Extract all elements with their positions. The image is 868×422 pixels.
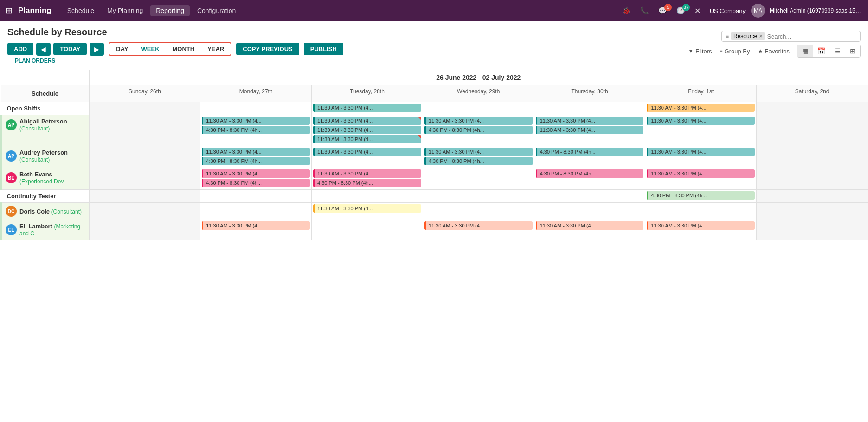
day-cell[interactable] <box>757 146 868 168</box>
shift-block[interactable]: 4:30 PM - 8:30 PM (4h... <box>424 157 533 165</box>
day-cell[interactable] <box>423 102 534 115</box>
shift-block[interactable]: 11:30 AM - 3:30 PM (4... <box>202 117 310 125</box>
shift-block[interactable]: 4:30 PM - 8:30 PM (4h... <box>202 126 310 134</box>
day-cell[interactable]: 4:30 PM - 8:30 PM (4h... <box>534 146 645 168</box>
shift-block[interactable]: 4:30 PM - 8:30 PM (4h... <box>313 179 421 187</box>
day-cell[interactable]: 11:30 AM - 3:30 PM (4...4:30 PM - 8:30 P… <box>423 115 534 146</box>
search-input[interactable] <box>767 33 856 40</box>
shift-block[interactable]: 11:30 AM - 3:30 PM (4... <box>313 148 421 156</box>
shift-block[interactable]: 11:30 AM - 3:30 PM (4... <box>313 169 421 178</box>
add-button[interactable]: ADD <box>7 43 33 55</box>
week-button[interactable]: WEEK <box>135 43 166 55</box>
grid-view-button[interactable]: ▦ <box>797 45 813 57</box>
close-icon[interactable]: ✕ <box>691 5 704 17</box>
day-cell[interactable] <box>534 203 645 220</box>
shift-block[interactable]: 4:30 PM - 8:30 PM (4h... <box>536 148 644 156</box>
copy-previous-button[interactable]: COPY PREVIOUS <box>236 43 299 55</box>
filter-remove-icon[interactable]: × <box>759 33 762 39</box>
day-cell[interactable]: 4:30 PM - 8:30 PM (4h... <box>534 168 645 190</box>
day-cell[interactable] <box>757 203 868 220</box>
shift-block[interactable]: 11:30 AM - 3:30 PM (4... <box>313 135 421 143</box>
day-cell[interactable]: 11:30 AM - 3:30 PM (4... <box>645 168 757 190</box>
day-cell[interactable]: 11:30 AM - 3:30 PM (4... <box>645 146 757 168</box>
clock-icon[interactable]: 🕐 37 <box>673 5 689 17</box>
day-cell[interactable] <box>200 203 312 220</box>
shift-block[interactable]: 11:30 AM - 3:30 PM (4... <box>647 117 755 125</box>
day-cell[interactable] <box>200 102 312 115</box>
day-cell[interactable] <box>645 203 757 220</box>
group-by-button[interactable]: ≡ Group By <box>720 48 750 55</box>
day-cell[interactable] <box>423 203 534 220</box>
shift-block[interactable]: 4:30 PM - 8:30 PM (4h... <box>202 157 310 165</box>
day-cell[interactable] <box>423 190 534 203</box>
day-cell[interactable]: 11:30 AM - 3:30 PM (4... <box>312 146 423 168</box>
day-cell[interactable] <box>312 220 423 240</box>
day-cell[interactable]: 11:30 AM - 3:30 PM (4...11:30 AM - 3:30 … <box>312 115 423 146</box>
day-cell[interactable] <box>89 102 200 115</box>
shift-block[interactable]: 11:30 AM - 3:30 PM (4... <box>313 126 421 134</box>
day-cell[interactable] <box>757 102 868 115</box>
day-cell[interactable]: 11:30 AM - 3:30 PM (4...4:30 PM - 8:30 P… <box>200 168 312 190</box>
nav-reporting[interactable]: Reporting <box>150 5 190 16</box>
app-grid-icon[interactable]: ⊞ <box>6 6 13 16</box>
shift-block[interactable]: 4:30 PM - 8:30 PM (4h... <box>647 191 755 200</box>
shift-block[interactable]: 11:30 AM - 3:30 PM (4... <box>647 169 755 178</box>
shift-block[interactable]: 11:30 AM - 3:30 PM (4... <box>313 104 421 112</box>
day-cell[interactable] <box>89 168 200 190</box>
shift-block[interactable]: 11:30 AM - 3:30 PM (4... <box>202 169 310 178</box>
day-cell[interactable] <box>534 190 645 203</box>
shift-block[interactable]: 11:30 AM - 3:30 PM (4... <box>647 221 755 230</box>
day-cell[interactable] <box>312 190 423 203</box>
shift-block[interactable]: 11:30 AM - 3:30 PM (4... <box>424 117 533 125</box>
chat-icon[interactable]: 💬 5 <box>655 5 671 17</box>
day-cell[interactable] <box>200 190 312 203</box>
day-cell[interactable]: 11:30 AM - 3:30 PM (4... <box>200 220 312 240</box>
day-cell[interactable]: 11:30 AM - 3:30 PM (4... <box>423 220 534 240</box>
day-cell[interactable] <box>423 168 534 190</box>
phone-icon[interactable]: 📞 <box>637 5 653 17</box>
nav-configuration[interactable]: Configuration <box>192 5 241 16</box>
day-cell[interactable]: 11:30 AM - 3:30 PM (4...4:30 PM - 8:30 P… <box>423 146 534 168</box>
month-button[interactable]: MONTH <box>166 43 201 55</box>
shift-block[interactable]: 11:30 AM - 3:30 PM (4... <box>536 126 644 134</box>
shift-block[interactable]: 11:30 AM - 3:30 PM (4... <box>536 221 644 230</box>
shift-block[interactable]: 11:30 AM - 3:30 PM (4... <box>424 221 533 230</box>
today-button[interactable]: TODAY <box>53 43 87 55</box>
day-cell[interactable]: 11:30 AM - 3:30 PM (4... <box>645 102 757 115</box>
shift-block[interactable]: 11:30 AM - 3:30 PM (4... <box>313 204 421 213</box>
day-cell[interactable] <box>89 115 200 146</box>
nav-my-planning[interactable]: My Planning <box>102 5 148 16</box>
shift-block[interactable]: 11:30 AM - 3:30 PM (4... <box>202 221 310 230</box>
day-cell[interactable]: 11:30 AM - 3:30 PM (4... <box>312 203 423 220</box>
day-cell[interactable]: 11:30 AM - 3:30 PM (4...4:30 PM - 8:30 P… <box>312 168 423 190</box>
shift-block[interactable]: 11:30 AM - 3:30 PM (4... <box>647 104 755 112</box>
day-cell[interactable]: 11:30 AM - 3:30 PM (4... <box>645 220 757 240</box>
day-cell[interactable]: 11:30 AM - 3:30 PM (4... <box>645 115 757 146</box>
day-cell[interactable] <box>89 220 200 240</box>
day-cell[interactable] <box>89 190 200 203</box>
filters-button[interactable]: ▼ Filters <box>688 48 712 55</box>
day-cell[interactable] <box>757 190 868 203</box>
shift-block[interactable]: 4:30 PM - 8:30 PM (4h... <box>424 126 533 134</box>
day-cell[interactable]: 11:30 AM - 3:30 PM (4...4:30 PM - 8:30 P… <box>200 115 312 146</box>
day-cell[interactable] <box>757 168 868 190</box>
publish-button[interactable]: PUBLISH <box>304 43 343 55</box>
forward-button[interactable]: ▶ <box>90 43 104 56</box>
day-cell[interactable]: 11:30 AM - 3:30 PM (4...11:30 AM - 3:30 … <box>534 115 645 146</box>
list-view-button[interactable]: ☰ <box>830 45 845 57</box>
favorites-button[interactable]: ★ Favorites <box>758 48 790 55</box>
calendar-view-button[interactable]: 📅 <box>813 45 830 57</box>
day-cell[interactable]: 11:30 AM - 3:30 PM (4...4:30 PM - 8:30 P… <box>200 146 312 168</box>
day-button[interactable]: DAY <box>109 43 135 55</box>
day-cell[interactable]: 4:30 PM - 8:30 PM (4h... <box>645 190 757 203</box>
shift-block[interactable]: 11:30 AM - 3:30 PM (4... <box>647 148 755 156</box>
nav-schedule[interactable]: Schedule <box>62 5 100 16</box>
shift-block[interactable]: 11:30 AM - 3:30 PM (4... <box>536 117 644 125</box>
shift-block[interactable]: 11:30 AM - 3:30 PM (4... <box>313 117 421 125</box>
shift-block[interactable]: 4:30 PM - 8:30 PM (4h... <box>536 169 644 178</box>
day-cell[interactable] <box>757 115 868 146</box>
day-cell[interactable]: 11:30 AM - 3:30 PM (4... <box>534 220 645 240</box>
bug-icon[interactable]: 🐞 <box>618 5 635 17</box>
day-cell[interactable] <box>89 203 200 220</box>
day-cell[interactable] <box>757 220 868 240</box>
